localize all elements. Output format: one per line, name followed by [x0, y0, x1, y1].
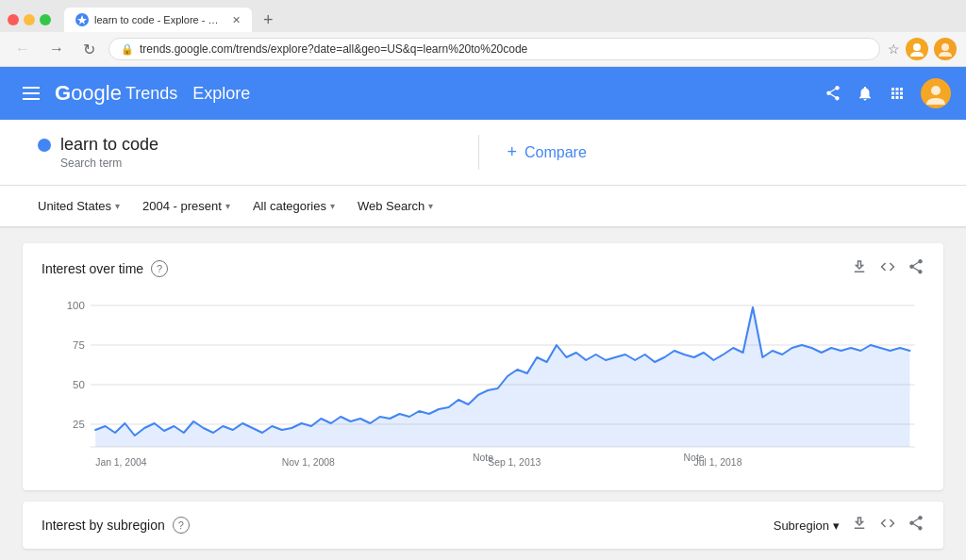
- explore-label: Explore: [192, 84, 250, 104]
- share-chart-button[interactable]: [908, 258, 924, 279]
- interest-by-subregion-card: Interest by subregion ? Subregion ▾: [23, 502, 943, 549]
- date-label: 2004 - present: [142, 199, 222, 213]
- svg-text:25: 25: [73, 419, 85, 430]
- embed-subregion-button[interactable]: [879, 515, 896, 535]
- subregion-actions: Subregion ▾: [774, 515, 924, 535]
- tab-close-button[interactable]: ✕: [232, 14, 241, 26]
- interest-over-time-card: Interest over time ?: [23, 243, 943, 490]
- search-term-block: learn to code Search term: [38, 135, 479, 170]
- date-dropdown-arrow: ▾: [225, 201, 230, 211]
- url-bar[interactable]: 🔒 trends.google.com/trends/explore?date=…: [108, 38, 880, 60]
- url-text: trends.google.com/trends/explore?date=al…: [140, 42, 868, 56]
- chart-container: 100 75 50 25 Jan 1, 2004 Nov 1, 2008 Sep…: [42, 287, 924, 475]
- bottom-title-group: Interest by subregion ?: [42, 517, 190, 534]
- maximize-button[interactable]: [40, 14, 51, 25]
- download-subregion-button[interactable]: [851, 515, 868, 535]
- chart-title-group: Interest over time ?: [42, 260, 168, 277]
- search-term-info: learn to code Search term: [60, 135, 158, 170]
- svg-point-2: [931, 86, 941, 95]
- svg-text:50: 50: [73, 379, 85, 390]
- user-profile-icon[interactable]: [906, 38, 928, 60]
- category-label: All categories: [253, 199, 326, 213]
- svg-text:75: 75: [73, 339, 85, 351]
- svg-point-1: [941, 43, 949, 51]
- content-area: Interest over time ?: [0, 228, 966, 560]
- svg-text:Sep 1, 2013: Sep 1, 2013: [488, 457, 541, 468]
- compare-block: + Compare: [479, 135, 929, 170]
- svg-text:Note: Note: [473, 453, 493, 463]
- embed-chart-button[interactable]: [879, 258, 896, 279]
- close-button[interactable]: [8, 14, 19, 25]
- hamburger-line: [23, 92, 40, 94]
- svg-text:100: 100: [67, 300, 85, 311]
- search-type-dropdown-arrow: ▾: [428, 201, 433, 211]
- tab-bar: learn to code - Explore - Googl... ✕ +: [0, 0, 966, 32]
- date-filter[interactable]: 2004 - present ▾: [142, 195, 230, 217]
- help-question-mark: ?: [157, 263, 162, 274]
- subregion-title: Interest by subregion: [42, 518, 165, 533]
- minimize-button[interactable]: [24, 14, 35, 25]
- tab-favicon: [75, 13, 89, 26]
- share-subregion-button[interactable]: [908, 515, 924, 535]
- user-avatar[interactable]: [921, 78, 951, 108]
- address-bar: ← → ↻ 🔒 trends.google.com/trends/explore…: [0, 32, 966, 66]
- download-chart-button[interactable]: [851, 258, 868, 279]
- compare-button[interactable]: + Compare: [508, 142, 587, 162]
- subregion-dropdown-arrow: ▾: [833, 519, 840, 533]
- search-term-subtext: Search term: [60, 156, 158, 170]
- subregion-dropdown[interactable]: Subregion ▾: [774, 519, 840, 533]
- location-dropdown-arrow: ▾: [115, 201, 120, 211]
- trend-line-chart: 100 75 50 25 Jan 1, 2004 Nov 1, 2008 Sep…: [42, 287, 924, 475]
- active-tab[interactable]: learn to code - Explore - Googl... ✕: [64, 8, 252, 32]
- hamburger-menu-button[interactable]: [15, 79, 47, 107]
- hamburger-line: [23, 98, 40, 100]
- subregion-help-icon[interactable]: ?: [173, 517, 190, 534]
- share-button[interactable]: [824, 85, 841, 102]
- chart-header: Interest over time ?: [42, 258, 924, 279]
- compare-label: Compare: [525, 144, 587, 161]
- subregion-question-mark: ?: [178, 519, 184, 531]
- chart-actions: [851, 258, 924, 279]
- apps-button[interactable]: [889, 85, 906, 102]
- tab-title: learn to code - Explore - Googl...: [94, 14, 226, 25]
- svg-text:Jan 1, 2004: Jan 1, 2004: [95, 457, 147, 468]
- notifications-button[interactable]: [857, 85, 874, 102]
- search-term-indicator: [38, 139, 51, 152]
- lock-icon: 🔒: [121, 43, 134, 56]
- category-dropdown-arrow: ▾: [330, 201, 335, 211]
- svg-point-0: [913, 43, 921, 51]
- forward-button[interactable]: →: [43, 39, 70, 59]
- subregion-label: Subregion: [774, 519, 829, 533]
- back-button[interactable]: ←: [9, 39, 36, 59]
- hamburger-line: [23, 87, 40, 89]
- search-type-label: Web Search: [358, 199, 425, 213]
- address-actions: ☆: [888, 38, 957, 60]
- category-filter[interactable]: All categories ▾: [253, 195, 335, 217]
- search-type-filter[interactable]: Web Search ▾: [358, 195, 433, 217]
- header-actions: [824, 78, 951, 108]
- window-controls: [8, 14, 51, 25]
- google-logo: Google: [55, 81, 122, 106]
- trends-label: Trends: [125, 84, 177, 104]
- google-account-icon[interactable]: [934, 38, 957, 60]
- svg-text:Nov 1, 2008: Nov 1, 2008: [282, 457, 335, 468]
- chart-help-icon[interactable]: ?: [151, 260, 168, 277]
- location-label: United States: [38, 199, 111, 213]
- reload-button[interactable]: ↻: [77, 39, 101, 60]
- search-term: learn to code: [60, 135, 158, 155]
- location-filter[interactable]: United States ▾: [38, 195, 120, 217]
- filter-bar: United States ▾ 2004 - present ▾ All cat…: [0, 186, 966, 228]
- app-header: Google Trends Explore: [0, 67, 966, 120]
- svg-marker-12: [95, 307, 909, 447]
- svg-text:Note: Note: [684, 453, 705, 463]
- plus-icon: +: [508, 142, 518, 162]
- search-section: learn to code Search term + Compare: [0, 120, 966, 186]
- chart-title: Interest over time: [42, 261, 143, 276]
- google-g-letter: G: [55, 81, 71, 106]
- new-tab-button[interactable]: +: [256, 10, 281, 30]
- bookmark-button[interactable]: ☆: [888, 41, 900, 57]
- browser-chrome: learn to code - Explore - Googl... ✕ + ←…: [0, 0, 966, 67]
